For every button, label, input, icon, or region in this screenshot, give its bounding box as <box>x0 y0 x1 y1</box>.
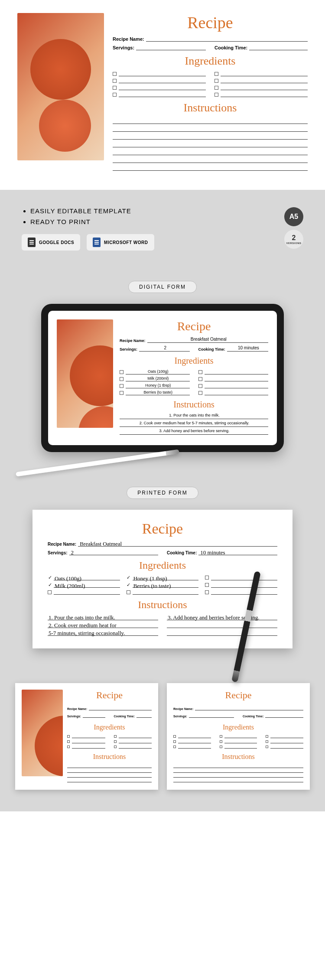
recipe-name-value: Breakfast Oatmeal <box>78 540 277 547</box>
food-photo <box>17 13 104 160</box>
recipe-name-label: Recipe Name: <box>113 36 144 42</box>
ingredient-value: Oats (100g) <box>126 369 190 374</box>
cooking-time-value: 10 minutes <box>227 345 268 352</box>
google-docs-badge: GOOGLE DOCS <box>22 234 80 251</box>
template-thumbnail-no-photo: Recipe Recipe Name: Servings: Cooking Ti… <box>167 683 310 790</box>
google-docs-label: GOOGLE DOCS <box>39 240 74 245</box>
ingredient-checkbox <box>113 79 117 83</box>
recipe-title: Recipe <box>120 319 268 333</box>
ingredient-checkbox <box>214 79 218 83</box>
instructions-title: Instructions <box>113 101 308 114</box>
servings-label: Servings: <box>113 45 134 50</box>
features-section: EASILY EDITABLE TEMPLATE READY TO PRINT … <box>0 190 325 268</box>
cooking-time-label: Cooking Time: <box>214 45 247 50</box>
ingredient-value: Honey (1 tbsp) <box>126 383 190 388</box>
digital-form-label: DIGITAL FORM <box>128 281 197 293</box>
cooking-time-value: 10 minutes <box>198 549 277 555</box>
size-badge-a5: A5 <box>284 207 303 226</box>
tablet-mockup: Recipe Recipe Name: Breakfast Oatmeal Se… <box>41 304 284 452</box>
instruction-value: 1. Pour the oats into the milk. <box>120 413 268 419</box>
instruction-line <box>113 118 308 124</box>
feature-bullet: EASILY EDITABLE TEMPLATE <box>30 207 303 215</box>
thumbnails-section: Recipe Recipe Name: Servings: Cooking Ti… <box>0 670 325 811</box>
digital-form-section: DIGITAL FORM Recipe Recipe Name: Breakfa… <box>0 268 325 474</box>
food-photo <box>57 319 113 428</box>
ingredient-line <box>119 85 206 90</box>
ingredient-checkbox <box>214 86 218 90</box>
recipe-card-blank: Recipe Recipe Name: Servings: Cooking Ti… <box>113 13 308 173</box>
ingredient-line <box>221 78 308 83</box>
servings-field <box>136 44 206 50</box>
hero-template: Recipe Recipe Name: Servings: Cooking Ti… <box>0 0 325 190</box>
ingredient-line <box>119 78 206 83</box>
instruction-value: 2. Cook over medium heat for 5-7 minutes… <box>120 421 268 427</box>
microsoft-word-label: MICROSOFT WORD <box>104 240 148 245</box>
checkmark-icon: ✓ <box>48 575 52 580</box>
docs-icon <box>28 238 36 247</box>
ingredient-line <box>221 71 308 76</box>
checkmark-icon: ✓ <box>127 582 131 588</box>
microsoft-word-badge: MICROSOFT WORD <box>87 234 154 251</box>
ingredient-checkbox <box>113 93 117 97</box>
ingredient-checkbox <box>113 86 117 90</box>
servings-value: 2 <box>69 549 158 555</box>
ingredient-line <box>221 85 308 90</box>
ingredient-line <box>119 92 206 97</box>
checkmark-icon: ✓ <box>48 582 52 588</box>
servings-value: 2 <box>139 345 189 352</box>
recipe-name-field <box>146 36 308 42</box>
feature-bullet: READY TO PRINT <box>30 218 303 225</box>
ingredients-title: Ingredients <box>113 55 308 68</box>
instruction-line <box>113 141 308 147</box>
ingredient-value: Milk (200ml) <box>126 376 190 381</box>
checkmark-icon: ✓ <box>127 575 131 580</box>
word-icon <box>93 238 101 247</box>
instruction-line <box>113 157 308 163</box>
ingredient-line <box>221 92 308 97</box>
paper-mockup: Recipe Recipe Name: Breakfast Oatmeal Se… <box>32 510 292 648</box>
ingredient-checkbox <box>113 72 117 76</box>
recipe-name-value: Breakfast Oatmeal <box>147 337 268 343</box>
printed-form-label: PRINTED FORM <box>127 487 198 499</box>
instruction-line <box>113 165 308 171</box>
food-photo <box>22 690 63 776</box>
versions-badge: 2 VERSIONS <box>284 230 303 249</box>
instruction-line <box>113 149 308 155</box>
instruction-line <box>113 133 308 140</box>
instruction-line <box>113 126 308 132</box>
printed-form-section: PRINTED FORM Recipe Recipe Name: Breakfa… <box>0 474 325 670</box>
cooking-time-field <box>249 44 308 50</box>
ingredient-line <box>119 71 206 76</box>
ingredient-value: Berries (to taste) <box>126 390 190 395</box>
instruction-value: 3. Add honey and berries before serving. <box>120 429 268 435</box>
recipe-title: Recipe <box>113 13 308 32</box>
ingredient-checkbox <box>214 72 218 76</box>
stylus-icon <box>16 449 179 477</box>
template-thumbnail-with-photo: Recipe Recipe Name: Servings: Cooking Ti… <box>15 683 158 790</box>
ingredient-checkbox <box>214 93 218 97</box>
